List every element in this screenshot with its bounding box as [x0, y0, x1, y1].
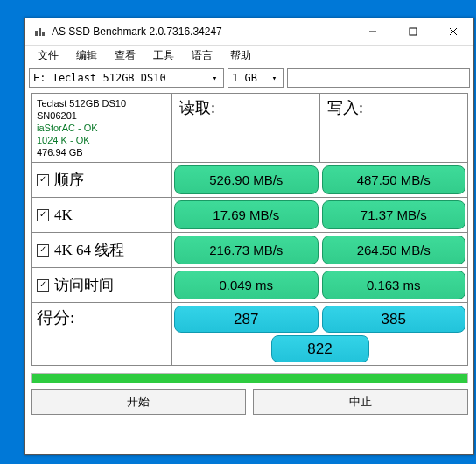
- seq-checkbox[interactable]: ✓: [37, 174, 49, 186]
- 4k-read: 17.69 MB/s: [174, 200, 318, 229]
- progress-fill: [32, 374, 467, 383]
- row-seq: ✓ 顺序 526.90 MB/s 487.50 MB/s: [32, 162, 467, 197]
- score-write: 385: [322, 306, 466, 333]
- row-access-label: ✓ 访问时间: [32, 267, 172, 302]
- access-read: 0.049 ms: [174, 271, 318, 299]
- access-checkbox[interactable]: ✓: [37, 279, 49, 292]
- row-seq-label: ✓ 顺序: [32, 162, 172, 197]
- write-header: 写入:: [320, 94, 467, 162]
- drive-model: Teclast 512GB DS10: [37, 97, 166, 109]
- score-label: 得分:: [32, 302, 172, 365]
- menu-view[interactable]: 查看: [106, 46, 144, 65]
- read-header: 读取:: [172, 94, 320, 162]
- alignment-status: 1024 K - OK: [37, 134, 166, 146]
- chevron-down-icon: ▾: [208, 74, 221, 82]
- grid-header: Teclast 512GB DS10 SN06201 iaStorAC - OK…: [32, 94, 467, 162]
- start-button[interactable]: 开始: [31, 389, 246, 415]
- score-read: 287: [174, 306, 318, 333]
- 4k-write: 71.37 MB/s: [322, 200, 466, 229]
- score-section: 得分: 287 385 822: [32, 302, 467, 365]
- window-controls: [353, 18, 473, 45]
- row-4k64-label: ✓ 4K 64 线程: [32, 232, 172, 267]
- toolbar: E: Teclast 512GB DS10 ▾ 1 GB ▾: [25, 65, 473, 93]
- drive-select[interactable]: E: Teclast 512GB DS10 ▾: [29, 68, 224, 88]
- filter-input[interactable]: [287, 68, 470, 88]
- app-icon: [32, 25, 46, 39]
- titlebar: AS SSD Benchmark 2.0.7316.34247: [25, 18, 473, 46]
- menu-help[interactable]: 帮助: [221, 46, 260, 65]
- minimize-button[interactable]: [353, 18, 393, 45]
- row-4k: ✓ 4K 17.69 MB/s 71.37 MB/s: [32, 197, 467, 232]
- 4k64-checkbox[interactable]: ✓: [37, 244, 49, 257]
- result-grid: Teclast 512GB DS10 SN06201 iaStorAC - OK…: [31, 93, 468, 366]
- size-select[interactable]: 1 GB ▾: [228, 68, 284, 88]
- window-title: AS SSD Benchmark 2.0.7316.34247: [52, 25, 353, 38]
- 4k64-write: 264.50 MB/s: [322, 236, 466, 264]
- score-total: 822: [271, 335, 369, 362]
- access-write: 0.163 ms: [322, 271, 466, 299]
- svg-rect-1: [410, 28, 416, 35]
- driver-status: iaStorAC - OK: [37, 122, 166, 134]
- content: Teclast 512GB DS10 SN06201 iaStorAC - OK…: [25, 93, 473, 454]
- menu-file[interactable]: 文件: [29, 46, 67, 65]
- progress-bar: [31, 373, 468, 383]
- menu-tools[interactable]: 工具: [144, 46, 183, 65]
- drive-capacity: 476.94 GB: [37, 146, 166, 158]
- drive-info: Teclast 512GB DS10 SN06201 iaStorAC - OK…: [32, 94, 172, 162]
- 4k-checkbox[interactable]: ✓: [37, 209, 49, 221]
- row-access: ✓ 访问时间 0.049 ms 0.163 ms: [32, 267, 467, 302]
- app-window: AS SSD Benchmark 2.0.7316.34247 文件 编辑 查看…: [24, 18, 474, 455]
- menu-language[interactable]: 语言: [183, 46, 221, 65]
- close-button[interactable]: [433, 18, 473, 45]
- chevron-down-icon: ▾: [268, 74, 281, 82]
- menu-edit[interactable]: 编辑: [67, 46, 106, 65]
- seq-read: 526.90 MB/s: [174, 165, 318, 194]
- abort-button[interactable]: 中止: [253, 389, 468, 415]
- 4k64-read: 216.73 MB/s: [174, 236, 318, 264]
- drive-serial: SN06201: [37, 109, 166, 122]
- row-4k-label: ✓ 4K: [32, 197, 172, 232]
- seq-write: 487.50 MB/s: [322, 165, 466, 194]
- drive-select-value: E: Teclast 512GB DS10: [33, 72, 208, 84]
- maximize-button[interactable]: [393, 18, 433, 45]
- size-select-value: 1 GB: [232, 72, 268, 84]
- row-4k64: ✓ 4K 64 线程 216.73 MB/s 264.50 MB/s: [32, 232, 467, 267]
- menubar: 文件 编辑 查看 工具 语言 帮助: [25, 46, 473, 65]
- button-row: 开始 中止: [31, 389, 468, 420]
